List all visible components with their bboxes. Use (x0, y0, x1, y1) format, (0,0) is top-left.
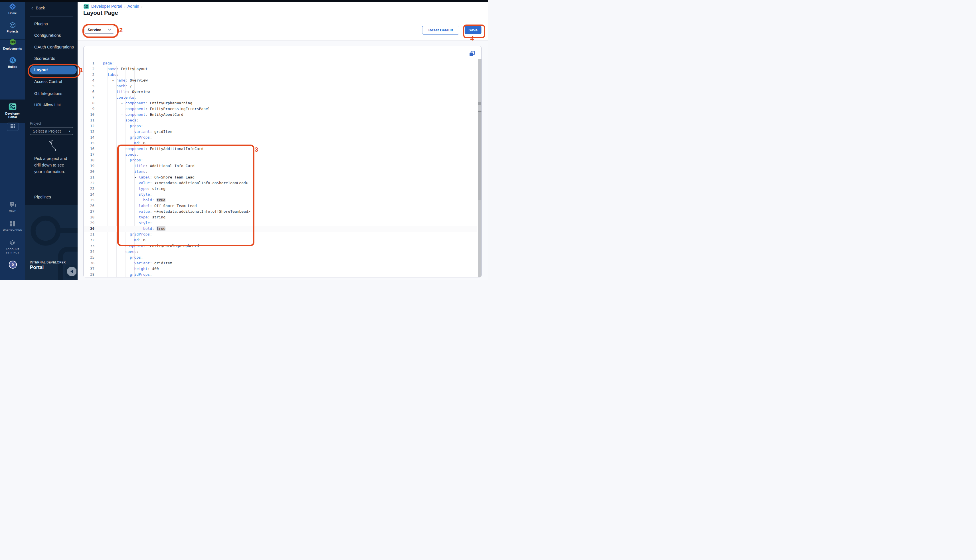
nav-item-label: Deployments (0, 47, 25, 50)
code-line-34[interactable]: 34 specs: (83, 248, 481, 254)
entity-type-select[interactable]: Service (84, 26, 114, 33)
line-number: 38 (83, 272, 94, 277)
code-line-26[interactable]: 26 - label: Off-Shore Team Lead (83, 203, 481, 209)
sidebar-item-scorecards[interactable]: Scorecards (25, 54, 78, 63)
nav-item-dashboards[interactable]: DASHBOARDS (0, 221, 25, 232)
sidebar-item-layout[interactable]: Layout (30, 66, 77, 74)
code-line-18[interactable]: 18 props: (83, 157, 481, 163)
code-line-6[interactable]: 6 title: Overview (83, 89, 481, 95)
sidebar-item-git-integrations[interactable]: Git Integrations (25, 89, 78, 98)
code-line-25[interactable]: 25 bold: true (83, 197, 481, 203)
nav-item-builds[interactable]: Builds (0, 57, 25, 68)
code-line-14[interactable]: 14 gridProps: (83, 135, 481, 140)
nav-item-devportal[interactable]: Developer Portal (0, 100, 25, 123)
line-number: 20 (83, 169, 94, 173)
code-line-8[interactable]: 8 - component: EntityOrphanWarning (83, 100, 481, 106)
nav-item-deployments[interactable]: Deployments (0, 38, 25, 50)
collapse-sidebar-button[interactable] (67, 266, 77, 277)
user-avatar[interactable]: D (9, 261, 17, 268)
code-line-9[interactable]: 9 - component: EntityProcessingErrorsPan… (83, 106, 481, 112)
yaml-editor[interactable]: 1page:2 name: EntityLayout3 tabs:4 - nam… (83, 46, 482, 277)
code-text: page: (103, 61, 114, 65)
code-text: gridProps: (103, 272, 152, 277)
code-text: - label: On-Shore Team Lead (103, 175, 195, 179)
code-text: - label: Off-Shore Team Lead (103, 203, 197, 208)
code-line-28[interactable]: 28 type: string (83, 214, 481, 220)
save-button[interactable]: Save (465, 26, 481, 34)
sidebar-divider (30, 116, 73, 116)
scrollbar-thumb[interactable] (478, 112, 482, 200)
line-number: 32 (83, 238, 94, 242)
code-line-16[interactable]: 16 - component: EntityAdditionalInfoCard (83, 146, 481, 152)
breadcrumb-separator: › (124, 4, 125, 8)
sidebar-divider (30, 16, 73, 17)
line-number: 12 (83, 124, 94, 128)
select-project-button[interactable]: Select a Project › (30, 127, 73, 135)
select-project-label: Select a Project (33, 129, 69, 133)
code-line-22[interactable]: 22 value: <+metadata.additionalInfo.onSh… (83, 180, 481, 186)
reset-default-button[interactable]: Reset Default (422, 26, 459, 35)
code-line-2[interactable]: 2 name: EntityLayout (83, 66, 481, 72)
line-number: 19 (83, 164, 94, 168)
nav-item-label: Developer Portal (0, 112, 25, 118)
line-number: 26 (83, 203, 94, 208)
sidebar-item-oauth-configurations[interactable]: OAuth Configurations (25, 43, 78, 51)
code-text: height: 400 (103, 267, 159, 271)
code-line-7[interactable]: 7 contents: (83, 95, 481, 100)
sidebar-item-configurations[interactable]: Configurations (25, 31, 78, 40)
line-number: 35 (83, 255, 94, 260)
code-line-38[interactable]: 38 gridProps: (83, 272, 481, 277)
code-line-17[interactable]: 17 specs: (83, 152, 481, 157)
code-line-1[interactable]: 1page: (83, 60, 481, 66)
code-text: - name: Overview (103, 78, 148, 82)
copy-icon[interactable] (469, 50, 475, 57)
editor-scrollbar[interactable] (478, 59, 482, 277)
code-line-32[interactable]: 32 md: 6 (83, 237, 481, 243)
code-line-23[interactable]: 23 type: string (83, 186, 481, 192)
page-root: { "colors": {"accent_blue":"#2E6CD0","an… (0, 0, 488, 280)
code-line-27[interactable]: 27 value: <+metadata.additionalInfo.offS… (83, 209, 481, 214)
code-text: - component: EntityCatalogGraphCard (103, 244, 199, 248)
nav-item-projects[interactable]: Projects (0, 22, 25, 33)
line-number: 16 (83, 147, 94, 151)
code-line-3[interactable]: 3 tabs: (83, 72, 481, 78)
nav-item-home[interactable]: Home (0, 3, 25, 15)
sidebar-item-pipelines[interactable]: Pipelines (25, 193, 78, 201)
code-line-24[interactable]: 24 style: (83, 192, 481, 197)
code-line-31[interactable]: 31 gridProps: (83, 232, 481, 237)
code-line-11[interactable]: 11 specs: (83, 117, 481, 123)
projects-icon (0, 22, 25, 29)
code-line-36[interactable]: 36 variant: gridItem (83, 260, 481, 266)
code-text: value: <+metadata.additionalInfo.onShore… (103, 181, 248, 185)
code-text: bold: true (103, 227, 165, 231)
developer-portal-icon (83, 3, 89, 9)
scrollbar-marker (478, 111, 482, 112)
code-line-13[interactable]: 13 variant: gridItem (83, 129, 481, 135)
code-line-20[interactable]: 20 items: (83, 169, 481, 175)
module-picker-button[interactable] (7, 123, 19, 131)
line-number: 10 (83, 112, 94, 117)
nav-item-help[interactable]: ?HELP (0, 201, 25, 212)
code-line-21[interactable]: 21 - label: On-Shore Team Lead (83, 175, 481, 180)
code-line-4[interactable]: 4 - name: Overview (83, 78, 481, 83)
code-line-33[interactable]: 33 - component: EntityCatalogGraphCard (83, 243, 481, 248)
nav-item-account-settings[interactable]: ACCOUNT SETTINGS (0, 240, 25, 254)
code-line-12[interactable]: 12 props: (83, 123, 481, 129)
code-line-15[interactable]: 15 md: 6 (83, 140, 481, 146)
code-line-5[interactable]: 5 path: / (83, 83, 481, 89)
code-line-19[interactable]: 19 title: Additional Info Card (83, 163, 481, 169)
code-text: variant: gridItem (103, 130, 172, 134)
sidebar-item-url-allow-list[interactable]: URL Allow List (25, 101, 78, 109)
breadcrumb-developer-portal[interactable]: Developer Portal (91, 4, 122, 8)
chevron-left-icon: ‹ (32, 6, 33, 10)
breadcrumb-admin[interactable]: Admin (127, 4, 139, 8)
code-line-29[interactable]: 29 style: (83, 220, 481, 226)
code-line-35[interactable]: 35 props: (83, 254, 481, 260)
line-number: 30 (83, 227, 94, 231)
back-button[interactable]: ‹ Back (32, 5, 45, 10)
sidebar-item-plugins[interactable]: Plugins (25, 20, 78, 28)
sidebar-item-access-control[interactable]: Access Control (25, 77, 78, 86)
code-line-30[interactable]: 30 bold: true (83, 226, 481, 232)
code-line-10[interactable]: 10 - component: EntityAboutCard (83, 112, 481, 117)
code-line-37[interactable]: 37 height: 400 (83, 266, 481, 272)
